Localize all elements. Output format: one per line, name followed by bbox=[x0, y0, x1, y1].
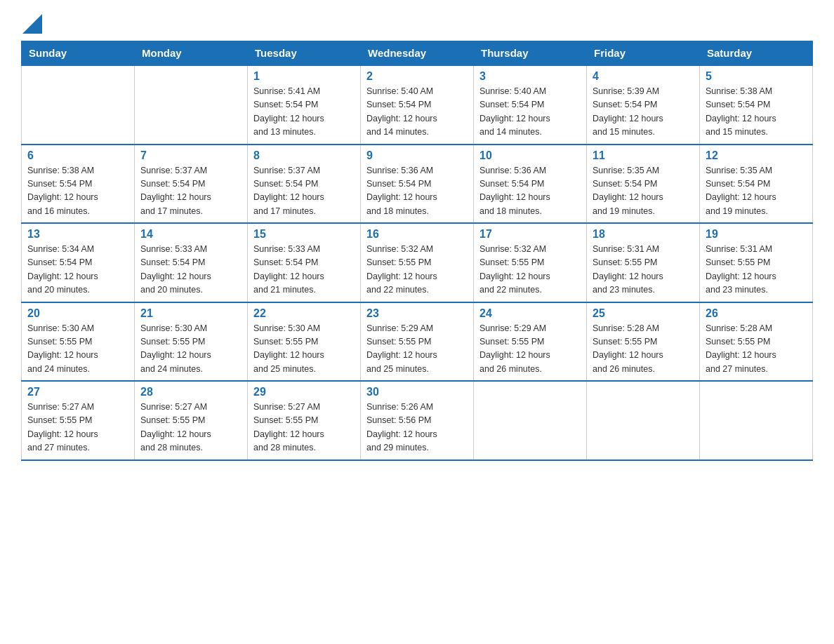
table-row: 3Sunrise: 5:40 AMSunset: 5:54 PMDaylight… bbox=[474, 65, 587, 145]
day-info: Sunrise: 5:27 AMSunset: 5:55 PMDaylight:… bbox=[140, 401, 241, 455]
day-info: Sunrise: 5:29 AMSunset: 5:55 PMDaylight:… bbox=[366, 322, 468, 377]
day-info: Sunrise: 5:32 AMSunset: 5:55 PMDaylight:… bbox=[366, 243, 468, 297]
table-row: 14Sunrise: 5:33 AMSunset: 5:54 PMDayligh… bbox=[135, 223, 248, 302]
day-number: 23 bbox=[366, 307, 468, 320]
table-row: 22Sunrise: 5:30 AMSunset: 5:55 PMDayligh… bbox=[248, 302, 361, 382]
table-row: 28Sunrise: 5:27 AMSunset: 5:55 PMDayligh… bbox=[135, 381, 248, 460]
day-info: Sunrise: 5:39 AMSunset: 5:54 PMDaylight:… bbox=[593, 85, 694, 140]
day-number: 14 bbox=[140, 228, 241, 241]
day-number: 10 bbox=[479, 149, 581, 162]
table-row: 27Sunrise: 5:27 AMSunset: 5:55 PMDayligh… bbox=[22, 381, 135, 460]
day-number: 19 bbox=[706, 228, 807, 241]
day-info: Sunrise: 5:27 AMSunset: 5:55 PMDaylight:… bbox=[27, 401, 128, 455]
table-row: 10Sunrise: 5:36 AMSunset: 5:54 PMDayligh… bbox=[474, 145, 587, 224]
table-row: 7Sunrise: 5:37 AMSunset: 5:54 PMDaylight… bbox=[135, 145, 248, 224]
svg-marker-0 bbox=[22, 14, 42, 34]
day-number: 4 bbox=[593, 70, 694, 83]
day-info: Sunrise: 5:33 AMSunset: 5:54 PMDaylight:… bbox=[253, 243, 355, 297]
table-row: 6Sunrise: 5:38 AMSunset: 5:54 PMDaylight… bbox=[22, 145, 135, 224]
table-row: 4Sunrise: 5:39 AMSunset: 5:54 PMDaylight… bbox=[587, 65, 700, 145]
day-number: 27 bbox=[27, 386, 128, 398]
table-row bbox=[22, 65, 135, 145]
day-info: Sunrise: 5:30 AMSunset: 5:55 PMDaylight:… bbox=[253, 322, 355, 377]
table-row: 5Sunrise: 5:38 AMSunset: 5:54 PMDaylight… bbox=[700, 65, 813, 145]
weekday-header-row: SundayMondayTuesdayWednesdayThursdayFrid… bbox=[22, 41, 813, 66]
day-info: Sunrise: 5:27 AMSunset: 5:55 PMDaylight:… bbox=[253, 401, 355, 455]
day-number: 1 bbox=[253, 70, 355, 83]
day-number: 6 bbox=[27, 149, 128, 162]
calendar-table: SundayMondayTuesdayWednesdayThursdayFrid… bbox=[21, 41, 813, 461]
day-info: Sunrise: 5:32 AMSunset: 5:55 PMDaylight:… bbox=[479, 243, 581, 297]
day-number: 11 bbox=[593, 149, 694, 162]
day-number: 9 bbox=[366, 149, 468, 162]
weekday-header-sunday: Sunday bbox=[22, 41, 135, 66]
week-row-3: 13Sunrise: 5:34 AMSunset: 5:54 PMDayligh… bbox=[22, 223, 813, 302]
day-info: Sunrise: 5:40 AMSunset: 5:54 PMDaylight:… bbox=[479, 85, 581, 140]
table-row: 11Sunrise: 5:35 AMSunset: 5:54 PMDayligh… bbox=[587, 145, 700, 224]
table-row: 16Sunrise: 5:32 AMSunset: 5:55 PMDayligh… bbox=[361, 223, 474, 302]
day-number: 12 bbox=[706, 149, 807, 162]
day-number: 21 bbox=[140, 307, 241, 320]
table-row: 24Sunrise: 5:29 AMSunset: 5:55 PMDayligh… bbox=[474, 302, 587, 382]
day-info: Sunrise: 5:37 AMSunset: 5:54 PMDaylight:… bbox=[253, 164, 355, 219]
day-info: Sunrise: 5:26 AMSunset: 5:56 PMDaylight:… bbox=[366, 401, 468, 455]
week-row-4: 20Sunrise: 5:30 AMSunset: 5:55 PMDayligh… bbox=[22, 302, 813, 382]
weekday-header-monday: Monday bbox=[135, 41, 248, 66]
logo-triangle-icon bbox=[22, 14, 42, 34]
table-row: 20Sunrise: 5:30 AMSunset: 5:55 PMDayligh… bbox=[22, 302, 135, 382]
day-info: Sunrise: 5:36 AMSunset: 5:54 PMDaylight:… bbox=[366, 164, 468, 219]
weekday-header-thursday: Thursday bbox=[474, 41, 587, 66]
day-number: 28 bbox=[140, 386, 241, 398]
table-row: 25Sunrise: 5:28 AMSunset: 5:55 PMDayligh… bbox=[587, 302, 700, 382]
day-info: Sunrise: 5:38 AMSunset: 5:54 PMDaylight:… bbox=[27, 164, 128, 219]
day-number: 18 bbox=[593, 228, 694, 241]
day-number: 7 bbox=[140, 149, 241, 162]
week-row-2: 6Sunrise: 5:38 AMSunset: 5:54 PMDaylight… bbox=[22, 145, 813, 224]
day-number: 24 bbox=[479, 307, 581, 320]
page-header bbox=[21, 14, 813, 34]
day-info: Sunrise: 5:33 AMSunset: 5:54 PMDaylight:… bbox=[140, 243, 241, 297]
day-number: 15 bbox=[253, 228, 355, 241]
day-number: 2 bbox=[366, 70, 468, 83]
table-row: 29Sunrise: 5:27 AMSunset: 5:55 PMDayligh… bbox=[248, 381, 361, 460]
day-info: Sunrise: 5:37 AMSunset: 5:54 PMDaylight:… bbox=[140, 164, 241, 219]
week-row-1: 1Sunrise: 5:41 AMSunset: 5:54 PMDaylight… bbox=[22, 65, 813, 145]
day-info: Sunrise: 5:38 AMSunset: 5:54 PMDaylight:… bbox=[706, 85, 807, 140]
table-row: 17Sunrise: 5:32 AMSunset: 5:55 PMDayligh… bbox=[474, 223, 587, 302]
day-number: 8 bbox=[253, 149, 355, 162]
table-row: 19Sunrise: 5:31 AMSunset: 5:55 PMDayligh… bbox=[700, 223, 813, 302]
table-row: 9Sunrise: 5:36 AMSunset: 5:54 PMDaylight… bbox=[361, 145, 474, 224]
weekday-header-wednesday: Wednesday bbox=[361, 41, 474, 66]
day-info: Sunrise: 5:36 AMSunset: 5:54 PMDaylight:… bbox=[479, 164, 581, 219]
day-info: Sunrise: 5:30 AMSunset: 5:55 PMDaylight:… bbox=[27, 322, 128, 377]
weekday-header-friday: Friday bbox=[587, 41, 700, 66]
day-info: Sunrise: 5:31 AMSunset: 5:55 PMDaylight:… bbox=[593, 243, 694, 297]
day-number: 13 bbox=[27, 228, 128, 241]
day-number: 29 bbox=[253, 386, 355, 398]
day-number: 30 bbox=[366, 386, 468, 398]
day-number: 20 bbox=[27, 307, 128, 320]
table-row bbox=[474, 381, 587, 460]
day-info: Sunrise: 5:34 AMSunset: 5:54 PMDaylight:… bbox=[27, 243, 128, 297]
day-number: 16 bbox=[366, 228, 468, 241]
day-info: Sunrise: 5:31 AMSunset: 5:55 PMDaylight:… bbox=[706, 243, 807, 297]
table-row bbox=[135, 65, 248, 145]
logo bbox=[21, 14, 42, 34]
table-row: 12Sunrise: 5:35 AMSunset: 5:54 PMDayligh… bbox=[700, 145, 813, 224]
day-number: 17 bbox=[479, 228, 581, 241]
day-number: 22 bbox=[253, 307, 355, 320]
table-row: 13Sunrise: 5:34 AMSunset: 5:54 PMDayligh… bbox=[22, 223, 135, 302]
table-row: 30Sunrise: 5:26 AMSunset: 5:56 PMDayligh… bbox=[361, 381, 474, 460]
day-number: 3 bbox=[479, 70, 581, 83]
table-row bbox=[587, 381, 700, 460]
day-info: Sunrise: 5:41 AMSunset: 5:54 PMDaylight:… bbox=[253, 85, 355, 140]
day-info: Sunrise: 5:28 AMSunset: 5:55 PMDaylight:… bbox=[706, 322, 807, 377]
table-row: 23Sunrise: 5:29 AMSunset: 5:55 PMDayligh… bbox=[361, 302, 474, 382]
table-row: 15Sunrise: 5:33 AMSunset: 5:54 PMDayligh… bbox=[248, 223, 361, 302]
weekday-header-saturday: Saturday bbox=[700, 41, 813, 66]
table-row: 18Sunrise: 5:31 AMSunset: 5:55 PMDayligh… bbox=[587, 223, 700, 302]
day-info: Sunrise: 5:29 AMSunset: 5:55 PMDaylight:… bbox=[479, 322, 581, 377]
day-number: 5 bbox=[706, 70, 807, 83]
week-row-5: 27Sunrise: 5:27 AMSunset: 5:55 PMDayligh… bbox=[22, 381, 813, 460]
day-info: Sunrise: 5:35 AMSunset: 5:54 PMDaylight:… bbox=[706, 164, 807, 219]
